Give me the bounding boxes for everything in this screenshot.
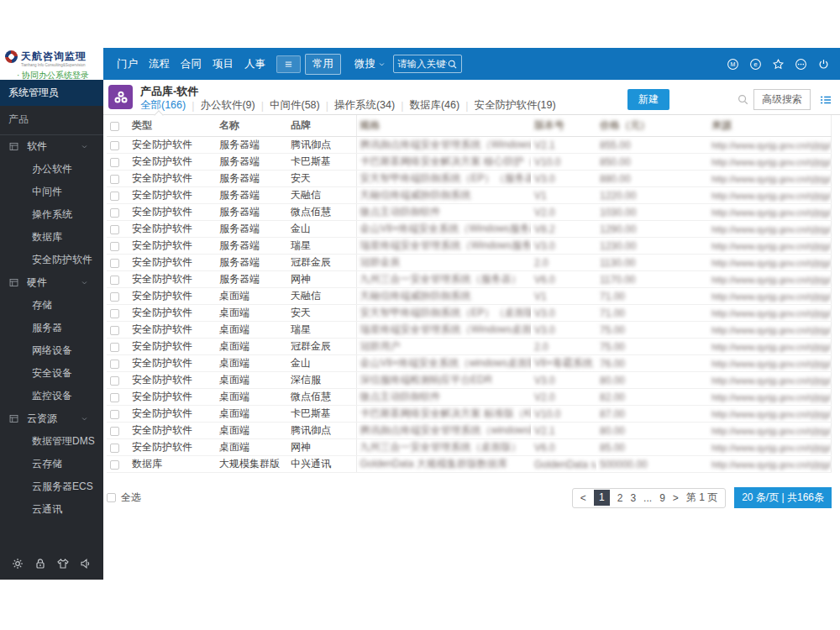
row-checkbox[interactable] <box>110 158 119 167</box>
page-button-2[interactable]: 2 <box>617 492 623 504</box>
row-checkbox[interactable] <box>110 225 119 234</box>
cell-source-link[interactable]: http://www.qyrjg.gov.cn/rj/jrjg/ <box>711 140 831 150</box>
cell-source-link[interactable]: http://www.qyrjg.gov.cn/rj/jrjg/ <box>711 308 831 318</box>
shirt-icon[interactable] <box>56 557 70 570</box>
global-search-input[interactable] <box>397 59 447 69</box>
nav-item-2[interactable]: 流程 <box>149 57 170 71</box>
sidebar-item-网络设备[interactable]: 网络设备 <box>0 339 103 362</box>
sidebar-group-1[interactable]: 软件 <box>0 135 103 158</box>
sidebar-item-云服务器ECS[interactable]: 云服务器ECS <box>0 475 103 498</box>
cell-source-link[interactable]: http://www.qyrjg.gov.cn/rj/jrjg/ <box>711 157 831 167</box>
row-checkbox[interactable] <box>110 141 119 150</box>
star-icon[interactable] <box>772 58 785 71</box>
cell-source-link[interactable]: http://www.qyrjg.gov.cn/rj/jrjg/ <box>711 191 831 201</box>
cell-source-link[interactable]: http://www.qyrjg.gov.cn/rj/jrjg/ <box>711 241 831 251</box>
cell-source-link[interactable]: http://www.qyrjg.gov.cn/rj/jrjg/ <box>711 275 831 285</box>
tab-2[interactable]: 办公软件(9) <box>200 98 255 113</box>
cell-price-text: 75.00 <box>600 341 625 353</box>
list-view-icon[interactable] <box>819 93 832 107</box>
tab-1[interactable]: 全部(166) <box>140 98 186 113</box>
row-checkbox[interactable] <box>110 460 119 470</box>
row-checkbox[interactable] <box>110 326 119 335</box>
row-checkbox[interactable] <box>110 343 119 352</box>
row-checkbox[interactable] <box>110 292 119 302</box>
page-prev-button[interactable]: < <box>580 492 586 504</box>
page-title: 产品库-软件 <box>140 84 198 99</box>
per-page-button[interactable]: 20 条/页 | 共166条 <box>734 487 832 508</box>
sidebar-group-3[interactable]: 云资源 <box>0 407 103 430</box>
cell-source-link[interactable]: http://www.qyrjg.gov.cn/rj/jrjg/ <box>711 325 831 335</box>
nav-item-1[interactable]: 门户 <box>117 57 138 71</box>
row-checkbox[interactable] <box>110 376 119 386</box>
nav-more-menu-button[interactable] <box>276 55 301 73</box>
cell-source-link[interactable]: http://www.qyrjg.gov.cn/rj/jrjg/ <box>711 258 831 268</box>
row-checkbox[interactable] <box>110 410 119 419</box>
wesearch-dropdown[interactable]: 微搜 <box>354 57 386 71</box>
sidebar-section-product[interactable]: 产品 <box>0 106 103 135</box>
sidebar-item-存储[interactable]: 存储 <box>0 294 103 317</box>
sidebar-item-安全设备[interactable]: 安全设备 <box>0 362 103 385</box>
gear-icon[interactable] <box>11 557 24 570</box>
cell-source-link[interactable]: http://www.qyrjg.gov.cn/rj/jrjg/ <box>711 409 831 419</box>
speaker-icon[interactable] <box>79 557 92 570</box>
row-checkbox[interactable] <box>110 427 119 436</box>
m-icon[interactable]: M <box>727 58 739 71</box>
row-checkbox[interactable] <box>110 360 119 369</box>
page-button-1[interactable]: 1 <box>594 490 610 506</box>
page-next-button[interactable]: > <box>673 492 679 504</box>
cell-source-link[interactable]: http://www.qyrjg.gov.cn/rj/jrjg/ <box>711 375 831 386</box>
sidebar-item-操作系统[interactable]: 操作系统 <box>0 203 103 226</box>
tab-3[interactable]: 中间件(58) <box>270 98 320 113</box>
sidebar-item-安全防护软件[interactable]: 安全防护软件 <box>0 249 103 271</box>
e-icon[interactable]: e <box>749 58 762 71</box>
nav-common-button[interactable]: 常用 <box>305 54 341 75</box>
row-checkbox[interactable] <box>110 208 119 218</box>
sidebar-item-监控设备[interactable]: 监控设备 <box>0 385 103 407</box>
advanced-search-button[interactable]: 高级搜索 <box>753 89 811 110</box>
row-checkbox[interactable] <box>110 444 119 453</box>
nav-item-5[interactable]: 人事 <box>244 57 265 71</box>
cell-source-link[interactable]: http://www.qyrjg.gov.cn/rj/jrjg/ <box>711 443 831 453</box>
sidebar-item-中间件[interactable]: 中间件 <box>0 181 103 203</box>
sidebar-item-云通讯[interactable]: 云通讯 <box>0 498 103 521</box>
cell-source-link[interactable]: http://www.qyrjg.gov.cn/rj/jrjg/ <box>711 291 831 302</box>
row-checkbox[interactable] <box>110 309 119 318</box>
role-header[interactable]: 系统管理员 <box>0 80 103 106</box>
page-button-3[interactable]: 3 <box>630 492 636 504</box>
more-icon[interactable] <box>795 58 807 71</box>
header-checkbox[interactable] <box>110 122 119 131</box>
cell-source-link[interactable]: http://www.qyrjg.gov.cn/rj/jrjg/ <box>711 174 831 184</box>
sidebar-item-数据管理DMS[interactable]: 数据管理DMS <box>0 430 103 453</box>
lock-icon[interactable] <box>34 557 47 570</box>
nav-item-4[interactable]: 项目 <box>213 57 234 71</box>
sidebar-item-云存储[interactable]: 云存储 <box>0 453 103 475</box>
search-icon[interactable] <box>447 59 458 70</box>
row-checkbox[interactable] <box>110 276 119 285</box>
power-icon[interactable] <box>817 58 830 71</box>
tab-6[interactable]: 安全防护软件(19) <box>474 98 555 113</box>
tab-5[interactable]: 数据库(46) <box>409 98 459 113</box>
sidebar-item-服务器[interactable]: 服务器 <box>0 317 103 339</box>
cell-source-link[interactable]: http://www.qyrjg.gov.cn/rj/jrjg/ <box>711 459 831 470</box>
cell-source-link[interactable]: http://www.qyrjg.gov.cn/rj/jrjg/ <box>711 224 831 234</box>
table-search-input[interactable] <box>676 91 737 109</box>
row-checkbox[interactable] <box>110 192 119 201</box>
cell-source-link[interactable]: http://www.qyrjg.gov.cn/rj/jrjg/ <box>711 207 831 218</box>
cell-source-link[interactable]: http://www.qyrjg.gov.cn/rj/jrjg/ <box>711 359 831 369</box>
select-all-checkbox[interactable] <box>107 493 116 502</box>
cell-source-link[interactable]: http://www.qyrjg.gov.cn/rj/jrjg/ <box>711 342 831 352</box>
sidebar-group-2[interactable]: 硬件 <box>0 271 103 294</box>
new-button[interactable]: 新建 <box>627 89 669 110</box>
row-checkbox[interactable] <box>110 259 119 268</box>
row-checkbox[interactable] <box>110 393 119 402</box>
cell-source-link[interactable]: http://www.qyrjg.gov.cn/rj/jrjg/ <box>711 426 831 436</box>
nav-item-3[interactable]: 合同 <box>181 57 202 71</box>
row-checkbox[interactable] <box>110 242 119 251</box>
row-checkbox[interactable] <box>110 175 119 184</box>
cell-source-link[interactable]: http://www.qyrjg.gov.cn/rj/jrjg/ <box>711 392 831 402</box>
page-button-9[interactable]: 9 <box>659 492 665 504</box>
tab-4[interactable]: 操作系统(34) <box>334 98 395 113</box>
search-icon[interactable] <box>737 93 749 106</box>
sidebar-item-数据库[interactable]: 数据库 <box>0 226 103 249</box>
sidebar-item-办公软件[interactable]: 办公软件 <box>0 158 103 181</box>
